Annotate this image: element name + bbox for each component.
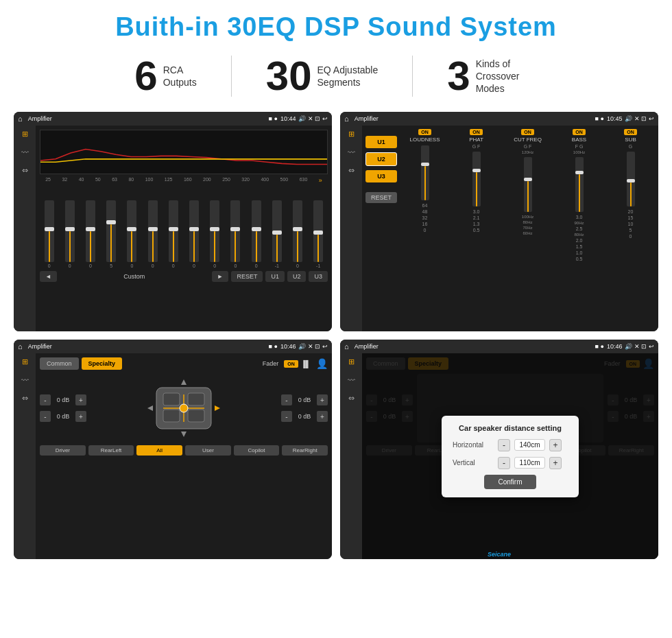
minus-btn-br[interactable]: - — [281, 411, 292, 422]
db-ctrl-tl: - 0 dB + — [40, 394, 86, 405]
plus-btn-tl[interactable]: + — [75, 394, 86, 405]
slider-track-7[interactable] — [169, 200, 178, 262]
slider-track-6[interactable] — [148, 200, 158, 262]
home-icon-4[interactable]: ⌂ — [344, 342, 349, 351]
slider-track-4[interactable] — [106, 200, 116, 262]
copilot-btn[interactable]: Copilot — [234, 445, 280, 456]
bass-slider[interactable] — [575, 157, 584, 212]
screen-fader1: ⌂ Amplifier ■ ● 10:46 🔊 ✕ ⊡ ↩ ⊞ 〰 ⇔ Comm… — [14, 340, 332, 559]
rearleft-btn[interactable]: RearLeft — [88, 445, 134, 456]
sidebar-eq-icon-2[interactable]: ⊞ — [348, 130, 355, 139]
slider-track-11[interactable] — [252, 200, 261, 262]
u1-crossover-btn[interactable]: U1 — [365, 136, 397, 148]
bass-freq1: 100Hz — [573, 150, 585, 154]
all-btn[interactable]: All — [136, 445, 182, 456]
sidebar-3: ⊞ 〰 ⇔ — [14, 353, 36, 559]
fader-on-toggle[interactable]: ON — [284, 360, 298, 368]
time-3: 10:46 — [280, 343, 296, 350]
status-bar-4: ⌂ Amplifier ■ ● 10:46 🔊 ✕ ⊡ ↩ — [340, 340, 658, 353]
u2-btn[interactable]: U2 — [287, 271, 307, 282]
slider-track-13[interactable] — [293, 200, 302, 262]
profile-icon[interactable]: 👤 — [316, 358, 328, 369]
header: Buith-in 30EQ DSP Sound System — [0, 0, 672, 49]
sidebar-wave-icon-4[interactable]: 〰 — [348, 376, 355, 384]
specialty-tab[interactable]: Specialty — [82, 357, 123, 370]
sidebar-arrows-icon-4[interactable]: ⇔ — [348, 394, 355, 403]
loudness-slider[interactable] — [421, 145, 429, 200]
right-db-controls: - 0 dB + - 0 dB + — [281, 394, 328, 422]
sidebar-arrows-icon-3[interactable]: ⇔ — [22, 394, 28, 403]
on-badge-cutfreq[interactable]: ON — [521, 129, 534, 135]
plus-btn-tr[interactable]: + — [317, 394, 328, 405]
rearright-btn[interactable]: RearRight — [282, 445, 328, 456]
reset-btn[interactable]: RESET — [231, 271, 263, 282]
slider-track-9[interactable] — [210, 200, 219, 262]
screenshots-grid: ⌂ Amplifier ■ ● 10:44 🔊 ✕ ⊡ ↩ ⊞ 〰 ⇔ — [0, 106, 672, 565]
home-icon-3[interactable]: ⌂ — [18, 342, 23, 351]
minus-btn-tl[interactable]: - — [40, 394, 51, 405]
prev-btn[interactable]: ◄ — [40, 271, 57, 282]
phat-slider[interactable] — [472, 152, 481, 206]
sidebar-eq-icon-4[interactable]: ⊞ — [348, 357, 355, 366]
slider-val-1: 0 — [48, 263, 51, 268]
driver-btn[interactable]: Driver — [40, 445, 86, 456]
slider-track-12[interactable] — [272, 200, 282, 262]
plus-btn-bl[interactable]: + — [75, 411, 86, 422]
slider-track-8[interactable] — [189, 200, 199, 262]
vertical-plus-btn[interactable]: + — [549, 457, 562, 469]
cutfreq-slider[interactable] — [524, 157, 532, 212]
plus-btn-br[interactable]: + — [317, 411, 328, 422]
sidebar-arrows-icon-2[interactable]: ⇔ — [348, 166, 355, 175]
svg-rect-1 — [163, 393, 180, 405]
u2-crossover-btn[interactable]: U2 — [365, 152, 397, 166]
sub-val2: 15 — [628, 215, 634, 220]
svg-point-7 — [180, 404, 188, 412]
confirm-button[interactable]: Confirm — [484, 475, 536, 489]
on-badge-bass[interactable]: ON — [573, 129, 586, 135]
horizontal-minus-btn[interactable]: - — [498, 439, 510, 451]
slider-track-14[interactable] — [313, 200, 323, 262]
sub-slider[interactable] — [627, 152, 635, 206]
screen-content-3: ⊞ 〰 ⇔ Common Specialty Fader ON ▐▌ 👤 — [14, 353, 332, 559]
slider-track-10[interactable] — [230, 200, 240, 262]
sidebar-arrows-icon[interactable]: ⇔ — [22, 166, 28, 175]
screen-content-2: ⊞ 〰 ⇔ U1 U2 U3 RESET ON LOUDNESS — [340, 126, 658, 331]
on-badge-phat[interactable]: ON — [470, 129, 483, 135]
slider-col-4: 5 — [106, 200, 116, 268]
common-tab[interactable]: Common — [40, 357, 79, 370]
slider-track-2[interactable] — [65, 200, 75, 262]
sidebar-wave-icon[interactable]: 〰 — [21, 148, 29, 156]
minus-btn-bl[interactable]: - — [40, 411, 51, 422]
vertical-minus-btn[interactable]: - — [498, 457, 510, 469]
on-badge-loudness[interactable]: ON — [418, 129, 431, 135]
cutfreq-freq3: 80Hz — [523, 220, 533, 224]
slider-track-3[interactable] — [86, 200, 95, 262]
horizontal-plus-btn[interactable]: + — [549, 439, 562, 451]
main-area-crossover: U1 U2 U3 RESET ON LOUDNESS 64 — [362, 126, 658, 331]
db-val-br: 0 dB — [294, 413, 315, 420]
u3-btn[interactable]: U3 — [309, 271, 328, 282]
bass-val3: 2.0 — [576, 238, 583, 243]
home-icon-1[interactable]: ⌂ — [18, 115, 23, 123]
next-btn[interactable]: ► — [212, 271, 229, 282]
dialog-horizontal-row: Horizontal - 140cm + — [453, 439, 568, 451]
u1-btn[interactable]: U1 — [265, 271, 285, 282]
distance-dialog: Car speaker distance setting Horizontal … — [442, 416, 579, 497]
home-icon-2[interactable]: ⌂ — [344, 115, 349, 123]
dialog-title: Car speaker distance setting — [453, 424, 568, 432]
sidebar-eq-icon[interactable]: ⊞ — [22, 130, 28, 139]
crossover-reset-btn[interactable]: RESET — [365, 192, 397, 203]
svg-rect-2 — [188, 393, 204, 405]
slider-track-1[interactable] — [45, 200, 54, 262]
db-val-tr: 0 dB — [294, 397, 315, 403]
left-db-controls: - 0 dB + - 0 dB + — [40, 394, 86, 422]
sidebar-wave-icon-2[interactable]: 〰 — [348, 148, 355, 156]
u3-crossover-btn[interactable]: U3 — [365, 170, 397, 182]
sidebar-wave-icon-3[interactable]: 〰 — [21, 376, 29, 384]
sidebar-eq-icon-3[interactable]: ⊞ — [22, 357, 28, 366]
minus-btn-tr[interactable]: - — [281, 394, 292, 405]
on-badge-sub[interactable]: ON — [624, 129, 637, 135]
slider-track-5[interactable] — [127, 200, 136, 262]
user-btn[interactable]: User — [185, 445, 231, 456]
slider-col-1: 0 — [45, 200, 54, 268]
